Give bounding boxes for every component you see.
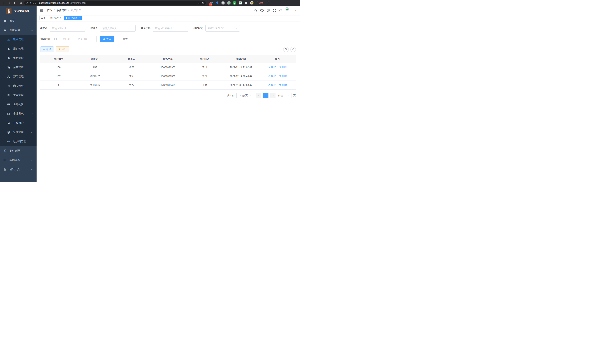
tab-tenant[interactable]: 租户管理× bbox=[64, 16, 82, 20]
browser-forward-button[interactable] bbox=[7, 1, 12, 5]
chevron-down-icon bbox=[31, 131, 33, 133]
extension-record-icon[interactable] bbox=[227, 1, 231, 5]
close-icon[interactable]: × bbox=[60, 17, 61, 19]
share-icon[interactable] bbox=[198, 2, 200, 4]
extension-flag-icon[interactable] bbox=[238, 1, 242, 5]
cell-status: 关闭 bbox=[186, 72, 223, 81]
sidebar-item-menu[interactable]: 菜单管理 bbox=[0, 63, 37, 72]
omnibox-divider bbox=[38, 2, 38, 4]
tenant-name-label: 租户名 bbox=[40, 27, 47, 30]
avatar-dropdown-caret[interactable]: ▾ bbox=[295, 9, 296, 11]
sidebar-item-online-users[interactable]: 在线用户 bbox=[0, 118, 37, 128]
reset-button-label: 重置 bbox=[123, 37, 128, 41]
next-page-button[interactable] bbox=[270, 93, 275, 98]
edit-link[interactable]: 修改 bbox=[268, 75, 276, 78]
header-search-icon[interactable] bbox=[254, 9, 257, 12]
sidebar-item-label: 通知公告 bbox=[13, 103, 24, 106]
tab-dept[interactable]: 部门管理× bbox=[48, 16, 63, 20]
gear-icon bbox=[3, 29, 6, 32]
sidebar-item-dict[interactable]: 字典管理 bbox=[0, 91, 37, 100]
sidebar-item-label: 菜单管理 bbox=[13, 66, 24, 69]
edit-icon bbox=[268, 66, 271, 68]
security-label: 不安全 bbox=[29, 1, 37, 5]
user-avatar[interactable] bbox=[285, 7, 292, 14]
search-button-label: 搜索 bbox=[106, 37, 111, 41]
edit-link[interactable]: 修改 bbox=[268, 83, 276, 87]
export-button[interactable]: 导出 bbox=[56, 46, 69, 52]
browser-reload-button[interactable] bbox=[13, 1, 18, 5]
sidebar-item-user[interactable]: 用户管理 bbox=[0, 44, 37, 53]
tenant-name-input[interactable] bbox=[50, 25, 85, 32]
sidebar-item-tenant[interactable]: 租户管理 bbox=[0, 35, 37, 44]
edit-link[interactable]: 修改 bbox=[268, 65, 276, 69]
breadcrumb-system[interactable]: 系统管理 bbox=[56, 9, 67, 12]
date-start-input[interactable] bbox=[58, 38, 72, 40]
fullscreen-icon[interactable] bbox=[273, 9, 276, 12]
help-icon[interactable] bbox=[267, 9, 270, 12]
sidebar-item-infra[interactable]: 基础设施 bbox=[0, 156, 37, 165]
status-select[interactable]: 请选择租户状态 bbox=[205, 25, 240, 32]
sidebar-item-payment[interactable]: ¥ 支付管理 bbox=[0, 146, 37, 156]
sidebar-collapse-button[interactable] bbox=[39, 9, 43, 12]
prev-page-button[interactable] bbox=[256, 93, 262, 98]
sidebar-item-label: 审计日志 bbox=[13, 112, 24, 115]
delete-link[interactable]: 删除 bbox=[279, 75, 287, 78]
search-button[interactable]: 搜索 bbox=[100, 36, 114, 42]
chevron-down-icon bbox=[31, 168, 33, 170]
delete-link[interactable]: 删除 bbox=[279, 65, 287, 69]
chevron-down-icon bbox=[249, 95, 251, 96]
reset-button[interactable]: 重置 bbox=[116, 36, 131, 42]
delete-link[interactable]: 删除 bbox=[279, 83, 287, 87]
app-logo-row[interactable]: 芋道管理系统 bbox=[0, 6, 37, 16]
date-separator: - bbox=[74, 38, 74, 40]
mobile-input[interactable] bbox=[153, 25, 188, 32]
tab-label: 租户管理 bbox=[68, 17, 77, 20]
sidebar-item-label: 租户管理 bbox=[13, 38, 24, 41]
tab-home[interactable]: 首页 bbox=[39, 16, 47, 20]
extension-command-icon[interactable]: ⌘ bbox=[221, 1, 225, 5]
extension-balloon-icon[interactable] bbox=[216, 1, 219, 5]
sidebar-item-dev-tools[interactable]: 研发工具 bbox=[0, 165, 37, 174]
extensions-menu-icon[interactable] bbox=[244, 1, 248, 5]
page-number-1[interactable]: 1 bbox=[263, 93, 268, 98]
cell-created: 2021-12-14 21:02:09 bbox=[223, 63, 259, 72]
browser-back-button[interactable] bbox=[2, 1, 6, 5]
sidebar-item-audit-log[interactable]: 审计日志 bbox=[0, 109, 37, 118]
date-range-picker[interactable]: - bbox=[52, 36, 97, 42]
browser-menu-icon[interactable]: ⋮ bbox=[265, 1, 267, 4]
broken-image-icon bbox=[286, 7, 289, 10]
sidebar-item-label: 基础设施 bbox=[9, 159, 20, 162]
contact-input[interactable] bbox=[100, 25, 136, 32]
github-icon[interactable] bbox=[260, 9, 264, 12]
sidebar-item-dept[interactable]: 部门管理 bbox=[0, 72, 37, 81]
app-title: 芋道管理系统 bbox=[14, 9, 30, 13]
sidebar-item-post[interactable]: 岗位管理 bbox=[0, 81, 37, 91]
page-size-select[interactable]: 10条/页 bbox=[236, 93, 254, 98]
browser-profile-avatar[interactable] bbox=[250, 1, 254, 5]
show-search-toggle-button[interactable] bbox=[283, 47, 289, 52]
users-icon bbox=[7, 56, 10, 60]
monitor-icon bbox=[3, 159, 6, 162]
sidebar-item-role[interactable]: 角色管理 bbox=[0, 53, 37, 63]
browser-update-button[interactable]: 更新 ⋮ bbox=[257, 1, 269, 5]
bookmark-star-icon[interactable] bbox=[201, 2, 204, 4]
breadcrumb-home[interactable]: 首页 bbox=[47, 9, 52, 12]
sidebar-item-home[interactable]: 首页 bbox=[0, 16, 37, 26]
close-icon[interactable]: × bbox=[79, 17, 80, 19]
date-end-input[interactable] bbox=[75, 38, 90, 40]
sidebar-item-system[interactable]: 系统管理 bbox=[0, 26, 37, 35]
sidebar-item-sms[interactable]: 短信管理 bbox=[0, 128, 37, 137]
extension-tabs-icon[interactable]: 10 bbox=[210, 1, 213, 5]
extension-y-icon[interactable]: y bbox=[233, 1, 236, 5]
sidebar-item-notice[interactable]: 通知公告 bbox=[0, 100, 37, 109]
cell-contact: 秃头 bbox=[113, 72, 150, 81]
shield-check-icon bbox=[7, 131, 10, 134]
goto-page-input[interactable] bbox=[285, 93, 291, 98]
address-bar[interactable]: 不安全 dashboard.yudao.iocoder.cn/system/te… bbox=[24, 1, 206, 5]
add-button[interactable]: 新增 bbox=[40, 46, 54, 52]
refresh-table-button[interactable] bbox=[290, 47, 296, 52]
table-row: 108 测试 测试 15601691300 关闭 2021-12-14 21:0… bbox=[40, 63, 296, 72]
browser-home-button[interactable] bbox=[19, 1, 23, 5]
sidebar-item-error-code[interactable]: </> 错误码管理 bbox=[0, 137, 37, 146]
font-size-icon[interactable]: TT bbox=[279, 9, 282, 12]
